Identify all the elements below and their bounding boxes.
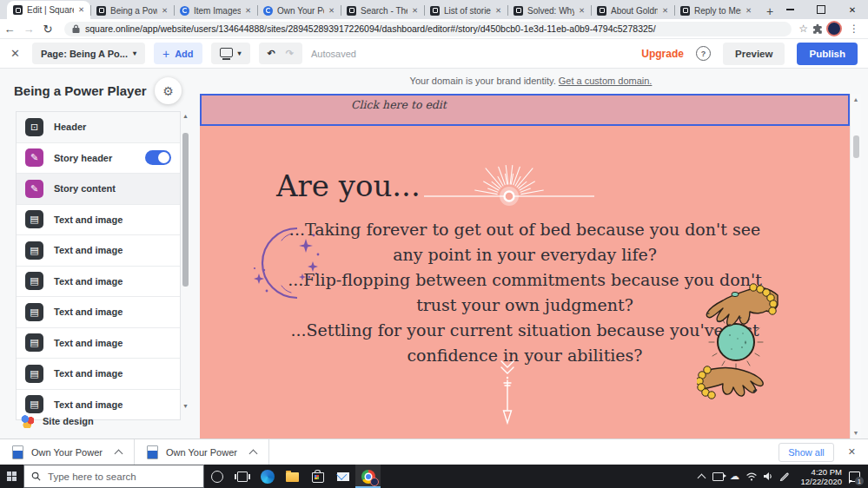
cortana-button[interactable] (204, 465, 229, 488)
browser-tab[interactable]: Edit | Square ✕ (7, 1, 90, 19)
section-row[interactable]: ▤ Text and image (17, 328, 180, 359)
canvas-scrollbar[interactable]: ▲ ▼ (850, 94, 861, 439)
browser-tab[interactable]: Reply to Messag ✕ (674, 2, 758, 19)
editor-toolbar: ✕ Page: Being A Po... ▾ + Add ▾ ↶ ↷ Auto… (0, 39, 868, 69)
section-type-icon: ▤ (25, 365, 43, 383)
tab-close-icon[interactable]: ✕ (495, 7, 501, 15)
scroll-down-icon[interactable]: ▼ (182, 403, 189, 409)
browser-tab[interactable]: List of stories no ✕ (424, 2, 507, 19)
browser-tab[interactable]: Solved: Why are ✕ (507, 2, 591, 19)
url-text: square.online/app/website/users/13464488… (85, 23, 656, 34)
site-design-button[interactable]: Site design (16, 409, 200, 433)
edge-button[interactable] (255, 465, 280, 488)
chevron-up-icon[interactable] (249, 449, 258, 458)
scroll-down-icon[interactable]: ▼ (851, 430, 861, 436)
screen: Edit | Square ✕ Being a Power Pl ✕ Item … (0, 0, 868, 488)
mail-button[interactable] (330, 465, 355, 488)
browser-tab[interactable]: About Goldneye ✕ (591, 2, 674, 19)
header-placeholder-text[interactable]: Click here to edit (351, 98, 447, 111)
extensions-puzzle-icon[interactable] (812, 23, 823, 35)
browser-tab[interactable]: Own Your Power ✕ (257, 2, 341, 19)
tab-close-icon[interactable]: ✕ (412, 7, 418, 15)
page-selector[interactable]: Page: Being A Po... ▾ (32, 43, 145, 64)
section-row[interactable]: ⊡ Header (17, 112, 180, 143)
chrome-notification-badge (370, 478, 379, 486)
downloads-close-icon[interactable]: ✕ (848, 446, 856, 458)
tab-close-icon[interactable]: ✕ (245, 7, 251, 15)
section-toggle[interactable] (145, 150, 171, 165)
document-icon (147, 445, 158, 459)
scroll-up-icon[interactable]: ▲ (851, 96, 861, 102)
section-row[interactable]: ▤ Text and image (17, 267, 180, 298)
chevron-up-icon[interactable] (115, 449, 123, 458)
section-row[interactable]: ▤ Text and image (17, 297, 180, 328)
tab-close-icon[interactable]: ✕ (328, 7, 335, 15)
bookmark-star-icon[interactable]: ☆ (798, 23, 808, 35)
cortana-icon (211, 471, 223, 483)
tab-close-icon[interactable]: ✕ (745, 7, 752, 15)
undo-icon[interactable]: ↶ (268, 48, 275, 59)
section-heading[interactable]: Are you... (276, 168, 421, 203)
onedrive-button[interactable]: ☁ (727, 465, 742, 488)
upgrade-link[interactable]: Upgrade (641, 48, 684, 60)
window-minimize-button[interactable] (774, 0, 805, 19)
publish-button[interactable]: Publish (797, 43, 858, 65)
task-view-button[interactable] (229, 465, 255, 488)
page-settings-button[interactable]: ⚙ (155, 77, 182, 104)
canvas-scrollbar-thumb[interactable] (853, 135, 859, 158)
file-explorer-button[interactable] (280, 465, 305, 488)
tab-close-icon[interactable]: ✕ (78, 6, 84, 14)
section-row[interactable]: ▤ Text and image (17, 359, 180, 390)
section-row[interactable]: ▤ Text and image (17, 205, 180, 236)
window-maximize-button[interactable] (805, 0, 837, 19)
device-preview-button[interactable]: ▾ (211, 43, 250, 64)
section-row[interactable]: ✎ Story content (17, 174, 180, 205)
browser-tab[interactable]: Being a Power Pl ✕ (90, 2, 174, 19)
download-filename: Own Your Power (166, 447, 242, 458)
help-icon[interactable]: ? (696, 46, 711, 61)
story-header-section[interactable]: Are you... (200, 126, 850, 439)
section-row[interactable]: ▤ Text and image (17, 235, 180, 267)
browser-tab[interactable]: Item Images - Ca ✕ (174, 2, 257, 19)
tab-close-icon[interactable]: ✕ (662, 7, 668, 15)
address-bar[interactable]: square.online/app/website/users/13464488… (64, 22, 792, 36)
autosaved-status: Autosaved (311, 49, 356, 59)
window-close-button[interactable]: ✕ (837, 0, 868, 19)
show-all-button[interactable]: Show all (779, 443, 834, 462)
forward-icon[interactable]: → (19, 23, 38, 36)
sidebar-scrollbar[interactable]: ▲ ▼ (182, 111, 189, 411)
download-item[interactable]: Own Your Power (135, 439, 269, 465)
tab-close-icon[interactable]: ✕ (162, 7, 168, 15)
redo-icon[interactable]: ↷ (286, 48, 294, 59)
browser-tab[interactable]: Search - The Sel ✕ (341, 2, 424, 19)
monitor-icon (220, 48, 233, 57)
add-button[interactable]: + Add (154, 43, 202, 64)
profile-avatar[interactable] (826, 21, 842, 36)
chrome-button[interactable] (355, 465, 381, 488)
tray-expand-button[interactable] (694, 465, 709, 488)
preview-button[interactable]: Preview (723, 43, 785, 65)
sidebar-scrollbar-thumb[interactable] (182, 133, 189, 287)
windows-ink-button[interactable] (777, 465, 792, 488)
volume-button[interactable] (760, 465, 775, 488)
start-button[interactable] (0, 465, 23, 488)
refresh-icon[interactable]: ↻ (38, 23, 57, 36)
scroll-up-icon[interactable]: ▲ (182, 113, 189, 119)
taskbar-search[interactable]: Type here to search (23, 465, 204, 488)
meet-now-button[interactable] (711, 465, 726, 488)
back-icon[interactable]: ← (0, 23, 19, 36)
selected-header-block[interactable]: Click here to edit (200, 94, 850, 126)
new-tab-button[interactable]: + (766, 5, 773, 17)
store-button[interactable] (305, 465, 330, 488)
download-item[interactable]: Own Your Power (0, 439, 135, 465)
action-center-button[interactable]: 1 (844, 465, 865, 488)
lock-icon (72, 24, 80, 34)
tab-close-icon[interactable]: ✕ (579, 7, 585, 15)
browser-menu-icon[interactable]: ⋮ (845, 23, 863, 35)
section-label: Header (54, 122, 171, 132)
editor-close-icon[interactable]: ✕ (10, 47, 20, 60)
custom-domain-link[interactable]: Get a custom domain. (559, 76, 653, 86)
wifi-button[interactable] (744, 465, 759, 488)
taskbar-clock[interactable]: 4:20 PM 12/22/2020 (793, 467, 842, 486)
section-row[interactable]: ✎ Story header (17, 143, 180, 175)
